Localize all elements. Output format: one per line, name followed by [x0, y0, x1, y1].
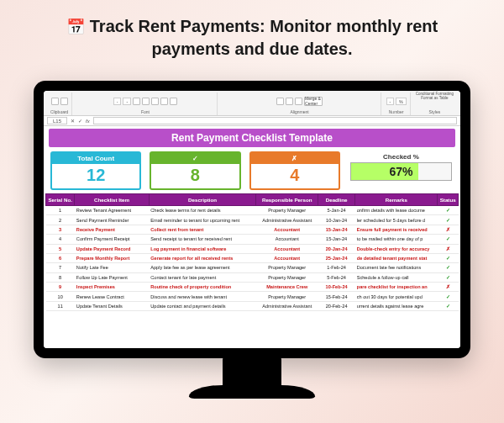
- table-cell[interactable]: 20-Feb-24: [318, 301, 355, 310]
- fx-icon[interactable]: fx: [86, 119, 90, 124]
- table-row[interactable]: 11Update Tenant DetailsUpdate contact an…: [46, 301, 459, 310]
- paste-icon[interactable]: [51, 98, 59, 105]
- table-header-cell[interactable]: Description: [149, 194, 256, 206]
- underline-icon[interactable]: [151, 98, 159, 105]
- table-cell[interactable]: Maintenance Crew: [256, 283, 318, 292]
- cancel-icon[interactable]: ✕: [71, 118, 75, 124]
- align-right-icon[interactable]: [295, 98, 302, 105]
- table-header-cell[interactable]: Remarks: [355, 194, 438, 206]
- table-cell[interactable]: Contact tenant for late payment: [149, 272, 256, 282]
- table-cell[interactable]: Confirm Payment Receipt: [75, 235, 149, 244]
- table-cell[interactable]: Update Tenant Details: [75, 301, 149, 310]
- table-cell[interactable]: Update contact and payment details: [149, 301, 256, 310]
- table-cell[interactable]: onfirm details with lease docume: [355, 206, 438, 215]
- table-cell[interactable]: Accountant: [256, 225, 318, 234]
- fill-color-icon[interactable]: [160, 98, 168, 105]
- table-cell[interactable]: Double-check entry for accuracy: [355, 244, 438, 253]
- table-cell[interactable]: Notify Late Fee: [75, 263, 149, 272]
- table-cell[interactable]: 15-Jan-24: [318, 225, 355, 234]
- table-cell[interactable]: Administrative Assistant: [256, 301, 318, 310]
- table-cell[interactable]: 2: [46, 215, 75, 225]
- table-row[interactable]: 5Update Payment RecordLog payment in fin…: [46, 244, 459, 253]
- italic-icon[interactable]: [142, 98, 150, 105]
- table-cell[interactable]: Property Manager: [256, 206, 318, 215]
- table-cell[interactable]: 1-Feb-24: [318, 263, 355, 272]
- font-size-select[interactable]: -: [123, 98, 131, 105]
- worksheet[interactable]: Rent Payment Checklist Template Total Co…: [44, 126, 460, 348]
- table-cell[interactable]: Check lease terms for rent details: [149, 206, 256, 215]
- table-cell[interactable]: Ensure full payment is received: [355, 225, 438, 234]
- table-header-cell[interactable]: Serial No.: [46, 194, 75, 206]
- table-cell[interactable]: Renew Lease Contract: [75, 292, 149, 301]
- status-check-icon[interactable]: ✓: [438, 253, 459, 262]
- status-x-icon[interactable]: ✗: [438, 225, 459, 234]
- table-cell[interactable]: 10-Feb-24: [318, 283, 355, 292]
- table-row[interactable]: 4Confirm Payment ReceiptSend receipt to …: [46, 235, 459, 244]
- table-row[interactable]: 2Send Payment ReminderEmail reminder to …: [46, 215, 459, 225]
- table-cell[interactable]: 7: [46, 263, 75, 272]
- table-header-cell[interactable]: Status: [438, 194, 459, 206]
- name-box[interactable]: L15: [47, 117, 67, 124]
- bold-icon[interactable]: [133, 98, 140, 105]
- table-cell[interactable]: Accountant: [256, 244, 318, 253]
- table-cell[interactable]: Inspect Premises: [75, 283, 149, 292]
- table-cell[interactable]: Log payment in financial software: [149, 244, 256, 253]
- table-cell[interactable]: 3: [46, 225, 75, 234]
- table-cell[interactable]: 5: [46, 244, 75, 253]
- table-cell[interactable]: Routine check of property condition: [149, 283, 256, 292]
- table-row[interactable]: 10Renew Lease ContractDiscuss and renew …: [46, 292, 459, 301]
- table-cell[interactable]: Review Tenant Agreement: [75, 206, 149, 215]
- table-cell[interactable]: 9: [46, 283, 75, 292]
- table-cell[interactable]: Property Manager: [256, 263, 318, 272]
- table-cell[interactable]: Email reminder to tenant for upcoming re…: [149, 215, 256, 225]
- table-row[interactable]: 9Inspect PremisesRoutine check of proper…: [46, 283, 459, 292]
- table-cell[interactable]: 11: [46, 301, 75, 310]
- table-cell[interactable]: de detailed tenant payment stat: [355, 253, 438, 262]
- table-cell[interactable]: Discuss and renew lease with tenant: [149, 292, 256, 301]
- status-check-icon[interactable]: ✓: [438, 272, 459, 282]
- table-cell[interactable]: 15-Jan-24: [318, 235, 355, 244]
- table-cell[interactable]: to be mailed within one day of p: [355, 235, 438, 244]
- table-cell[interactable]: Accountant: [256, 253, 318, 262]
- formula-input[interactable]: [93, 117, 457, 124]
- table-header-cell[interactable]: Deadline: [318, 194, 355, 206]
- cut-icon[interactable]: [60, 98, 68, 105]
- table-cell[interactable]: 4: [46, 235, 75, 244]
- table-cell[interactable]: 25-Jan-24: [318, 253, 355, 262]
- align-center-icon[interactable]: [286, 98, 293, 105]
- status-check-icon[interactable]: ✓: [438, 215, 459, 225]
- table-cell[interactable]: Send Payment Reminder: [75, 215, 149, 225]
- percent-button[interactable]: %: [396, 98, 406, 105]
- table-cell[interactable]: Collect rent from tenant: [149, 225, 256, 234]
- table-cell[interactable]: 1: [46, 206, 75, 215]
- enter-icon[interactable]: ✓: [78, 118, 82, 124]
- table-cell[interactable]: 8: [46, 272, 75, 282]
- merge-center-button[interactable]: Merge & Center: [304, 97, 323, 106]
- font-color-icon[interactable]: [170, 98, 177, 105]
- font-name-select[interactable]: -: [113, 98, 122, 105]
- table-cell[interactable]: 5-Jan-24: [318, 206, 355, 215]
- table-cell[interactable]: Receive Payment: [75, 225, 149, 234]
- table-cell[interactable]: Send receipt to tenant for received rent: [149, 235, 256, 244]
- number-format-select[interactable]: -: [386, 98, 395, 105]
- table-cell[interactable]: Schedule a follow-up call: [355, 272, 438, 282]
- table-cell[interactable]: 5-Feb-24: [318, 272, 355, 282]
- table-header-cell[interactable]: Checklist Item: [75, 194, 149, 206]
- table-cell[interactable]: 6: [46, 253, 75, 262]
- status-check-icon[interactable]: ✓: [438, 301, 459, 310]
- table-row[interactable]: 6Prepare Monthly ReportGenerate report f…: [46, 253, 459, 262]
- table-cell[interactable]: ler scheduled for 5 days before d: [355, 215, 438, 225]
- table-row[interactable]: 8Follow Up Late PaymentContact tenant fo…: [46, 272, 459, 282]
- table-cell[interactable]: Administrative Assistant: [256, 215, 318, 225]
- table-cell[interactable]: 15-Feb-24: [318, 292, 355, 301]
- table-cell[interactable]: Document late fee notifications: [355, 263, 438, 272]
- table-header-cell[interactable]: Responsible Person: [256, 194, 318, 206]
- align-left-icon[interactable]: [276, 98, 284, 105]
- table-row[interactable]: 3Receive PaymentCollect rent from tenant…: [46, 225, 459, 234]
- table-cell[interactable]: ch out 30 days for potential upd: [355, 292, 438, 301]
- status-check-icon[interactable]: ✓: [438, 206, 459, 215]
- table-cell[interactable]: Property Manager: [256, 272, 318, 282]
- table-cell[interactable]: Property Manager: [256, 292, 318, 301]
- table-cell[interactable]: 20-Jan-24: [318, 244, 355, 253]
- table-cell[interactable]: Prepare Monthly Report: [75, 253, 149, 262]
